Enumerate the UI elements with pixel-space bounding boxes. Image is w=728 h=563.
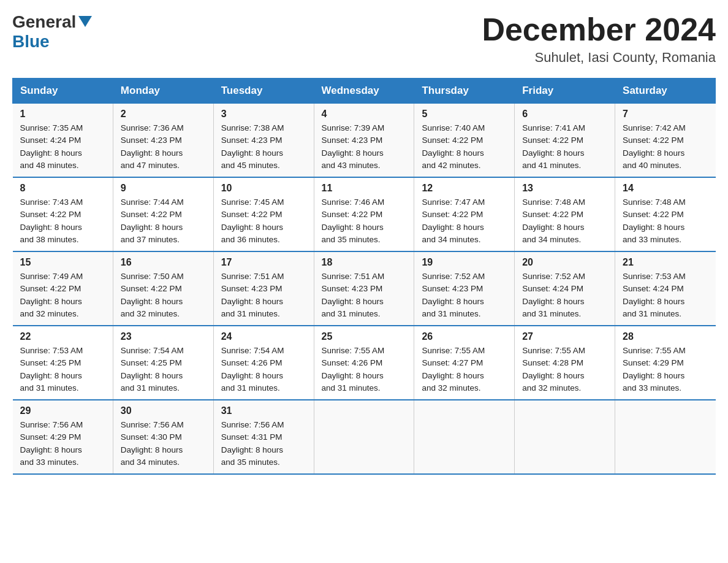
day-info: Sunrise: 7:41 AM Sunset: 4:22 PM Dayligh… [522, 122, 607, 172]
day-number: 9 [121, 183, 206, 194]
day-number: 30 [121, 405, 206, 416]
day-info: Sunrise: 7:52 AM Sunset: 4:24 PM Dayligh… [522, 270, 607, 320]
day-number: 13 [522, 183, 607, 194]
day-number: 11 [322, 183, 407, 194]
day-number: 27 [522, 331, 607, 342]
svg-marker-0 [78, 16, 92, 27]
col-monday: Monday [113, 79, 213, 104]
day-info: Sunrise: 7:53 AM Sunset: 4:24 PM Dayligh… [623, 270, 708, 320]
day-number: 15 [20, 257, 105, 268]
day-number: 7 [623, 109, 708, 120]
day-info: Sunrise: 7:56 AM Sunset: 4:31 PM Dayligh… [221, 419, 306, 469]
day-info: Sunrise: 7:55 AM Sunset: 4:26 PM Dayligh… [322, 345, 407, 394]
day-info: Sunrise: 7:43 AM Sunset: 4:22 PM Dayligh… [20, 196, 105, 246]
calendar-day-cell: 13 Sunrise: 7:48 AM Sunset: 4:22 PM Dayl… [515, 177, 615, 251]
calendar-day-cell: 19 Sunrise: 7:52 AM Sunset: 4:23 PM Dayl… [414, 251, 515, 326]
calendar-week-row: 8 Sunrise: 7:43 AM Sunset: 4:22 PM Dayli… [13, 177, 716, 251]
day-info: Sunrise: 7:55 AM Sunset: 4:29 PM Dayligh… [623, 345, 708, 394]
col-friday: Friday [515, 79, 615, 104]
day-number: 10 [221, 183, 306, 194]
day-info: Sunrise: 7:55 AM Sunset: 4:27 PM Dayligh… [422, 345, 507, 394]
day-number: 24 [221, 331, 306, 342]
calendar-day-cell: 23 Sunrise: 7:54 AM Sunset: 4:25 PM Dayl… [113, 326, 213, 400]
calendar-day-cell: 31 Sunrise: 7:56 AM Sunset: 4:31 PM Dayl… [213, 400, 314, 474]
calendar-header-row: Sunday Monday Tuesday Wednesday Thursday… [13, 79, 716, 104]
calendar-day-cell: 12 Sunrise: 7:47 AM Sunset: 4:22 PM Dayl… [414, 177, 515, 251]
day-info: Sunrise: 7:36 AM Sunset: 4:23 PM Dayligh… [121, 122, 206, 172]
calendar-day-cell: 15 Sunrise: 7:49 AM Sunset: 4:22 PM Dayl… [13, 251, 113, 326]
logo-arrow-icon [78, 16, 92, 27]
calendar-day-cell: 1 Sunrise: 7:35 AM Sunset: 4:24 PM Dayli… [13, 104, 113, 178]
day-info: Sunrise: 7:51 AM Sunset: 4:23 PM Dayligh… [221, 270, 306, 320]
calendar-week-row: 29 Sunrise: 7:56 AM Sunset: 4:29 PM Dayl… [13, 400, 716, 474]
calendar-day-cell: 27 Sunrise: 7:55 AM Sunset: 4:28 PM Dayl… [515, 326, 615, 400]
calendar-day-cell: 18 Sunrise: 7:51 AM Sunset: 4:23 PM Dayl… [314, 251, 414, 326]
day-info: Sunrise: 7:40 AM Sunset: 4:22 PM Dayligh… [422, 122, 507, 172]
calendar-day-cell [314, 400, 414, 474]
logo: General Blue [12, 12, 92, 52]
calendar-day-cell: 21 Sunrise: 7:53 AM Sunset: 4:24 PM Dayl… [615, 251, 716, 326]
day-number: 20 [522, 257, 607, 268]
calendar-day-cell: 20 Sunrise: 7:52 AM Sunset: 4:24 PM Dayl… [515, 251, 615, 326]
day-info: Sunrise: 7:48 AM Sunset: 4:22 PM Dayligh… [623, 196, 708, 246]
day-number: 18 [322, 257, 407, 268]
day-number: 12 [422, 183, 507, 194]
day-number: 22 [20, 331, 105, 342]
day-number: 6 [522, 109, 607, 120]
day-info: Sunrise: 7:44 AM Sunset: 4:22 PM Dayligh… [121, 196, 206, 246]
day-number: 4 [322, 109, 407, 120]
day-info: Sunrise: 7:39 AM Sunset: 4:23 PM Dayligh… [322, 122, 407, 172]
day-number: 26 [422, 331, 507, 342]
calendar-day-cell: 17 Sunrise: 7:51 AM Sunset: 4:23 PM Dayl… [213, 251, 314, 326]
location-subtitle: Suhulet, Iasi County, Romania [482, 50, 716, 66]
day-number: 2 [121, 109, 206, 120]
calendar-day-cell: 24 Sunrise: 7:54 AM Sunset: 4:26 PM Dayl… [213, 326, 314, 400]
logo-blue-text: Blue [12, 32, 50, 51]
day-info: Sunrise: 7:52 AM Sunset: 4:23 PM Dayligh… [422, 270, 507, 320]
day-number: 16 [121, 257, 206, 268]
day-number: 23 [121, 331, 206, 342]
month-title: December 2024 [482, 12, 716, 47]
day-number: 5 [422, 109, 507, 120]
calendar-day-cell: 9 Sunrise: 7:44 AM Sunset: 4:22 PM Dayli… [113, 177, 213, 251]
calendar-day-cell: 30 Sunrise: 7:56 AM Sunset: 4:30 PM Dayl… [113, 400, 213, 474]
col-saturday: Saturday [615, 79, 716, 104]
day-info: Sunrise: 7:48 AM Sunset: 4:22 PM Dayligh… [522, 196, 607, 246]
day-number: 8 [20, 183, 105, 194]
calendar-day-cell: 16 Sunrise: 7:50 AM Sunset: 4:22 PM Dayl… [113, 251, 213, 326]
day-number: 3 [221, 109, 306, 120]
calendar-day-cell: 5 Sunrise: 7:40 AM Sunset: 4:22 PM Dayli… [414, 104, 515, 178]
day-number: 1 [20, 109, 105, 120]
day-number: 25 [322, 331, 407, 342]
calendar-day-cell: 6 Sunrise: 7:41 AM Sunset: 4:22 PM Dayli… [515, 104, 615, 178]
calendar-day-cell [615, 400, 716, 474]
col-tuesday: Tuesday [213, 79, 314, 104]
day-info: Sunrise: 7:51 AM Sunset: 4:23 PM Dayligh… [322, 270, 407, 320]
day-number: 31 [221, 405, 306, 416]
day-info: Sunrise: 7:53 AM Sunset: 4:25 PM Dayligh… [20, 345, 105, 394]
calendar-day-cell: 25 Sunrise: 7:55 AM Sunset: 4:26 PM Dayl… [314, 326, 414, 400]
day-info: Sunrise: 7:35 AM Sunset: 4:24 PM Dayligh… [20, 122, 105, 172]
day-info: Sunrise: 7:54 AM Sunset: 4:26 PM Dayligh… [221, 345, 306, 394]
day-info: Sunrise: 7:45 AM Sunset: 4:22 PM Dayligh… [221, 196, 306, 246]
day-number: 14 [623, 183, 708, 194]
calendar-day-cell: 8 Sunrise: 7:43 AM Sunset: 4:22 PM Dayli… [13, 177, 113, 251]
calendar-day-cell: 10 Sunrise: 7:45 AM Sunset: 4:22 PM Dayl… [213, 177, 314, 251]
calendar-day-cell: 22 Sunrise: 7:53 AM Sunset: 4:25 PM Dayl… [13, 326, 113, 400]
day-number: 29 [20, 405, 105, 416]
calendar-week-row: 22 Sunrise: 7:53 AM Sunset: 4:25 PM Dayl… [13, 326, 716, 400]
col-thursday: Thursday [414, 79, 515, 104]
calendar-day-cell: 3 Sunrise: 7:38 AM Sunset: 4:23 PM Dayli… [213, 104, 314, 178]
calendar-day-cell: 4 Sunrise: 7:39 AM Sunset: 4:23 PM Dayli… [314, 104, 414, 178]
calendar-day-cell: 26 Sunrise: 7:55 AM Sunset: 4:27 PM Dayl… [414, 326, 515, 400]
calendar-day-cell: 29 Sunrise: 7:56 AM Sunset: 4:29 PM Dayl… [13, 400, 113, 474]
page-header: General Blue December 2024 Suhulet, Iasi… [12, 12, 716, 66]
calendar-day-cell: 7 Sunrise: 7:42 AM Sunset: 4:22 PM Dayli… [615, 104, 716, 178]
day-number: 19 [422, 257, 507, 268]
logo-general-text: General [12, 12, 76, 32]
col-wednesday: Wednesday [314, 79, 414, 104]
day-info: Sunrise: 7:50 AM Sunset: 4:22 PM Dayligh… [121, 270, 206, 320]
col-sunday: Sunday [13, 79, 113, 104]
day-info: Sunrise: 7:56 AM Sunset: 4:30 PM Dayligh… [121, 419, 206, 469]
calendar-week-row: 15 Sunrise: 7:49 AM Sunset: 4:22 PM Dayl… [13, 251, 716, 326]
